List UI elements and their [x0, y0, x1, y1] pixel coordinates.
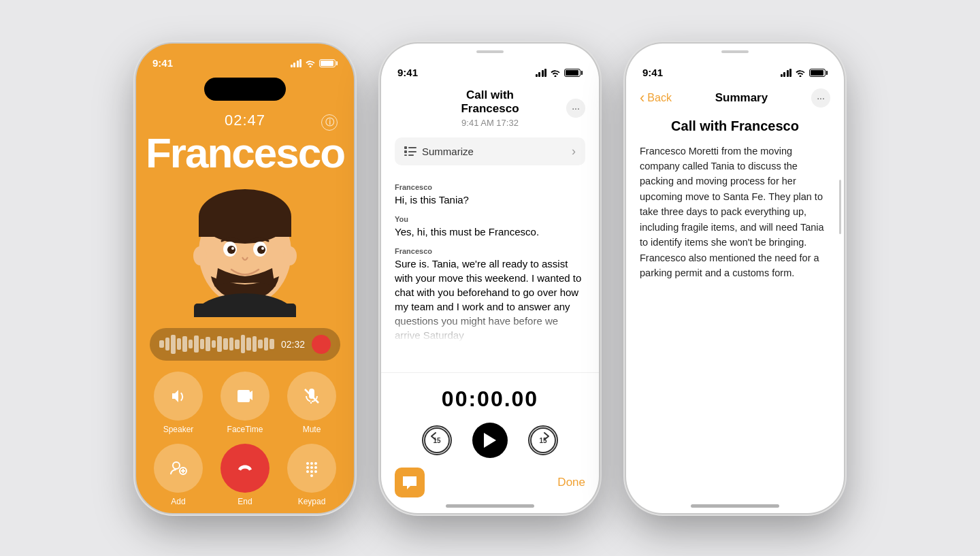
status-time-1: 9:41 [152, 57, 173, 69]
speaker-circle [154, 372, 203, 421]
svg-rect-30 [404, 150, 407, 153]
svg-rect-33 [408, 154, 414, 156]
facetime-label: FaceTime [227, 425, 263, 434]
svg-marker-36 [484, 433, 496, 448]
svg-rect-31 [408, 151, 416, 152]
summarize-label: Summarize [422, 146, 474, 157]
done-button[interactable]: Done [557, 476, 585, 489]
summarize-chevron: › [572, 144, 576, 159]
status-time-3: 9:41 [642, 67, 663, 78]
transcript-content: Francesco Hi, is this Tania? You Yes, hi… [381, 165, 599, 365]
transcript-text-1: Hi, is this Tania? [395, 193, 585, 207]
end-circle [220, 444, 270, 493]
status-bar-1: 9:41 [136, 44, 354, 73]
waveform-bar: 02:32 [150, 328, 340, 361]
speaker-label: Speaker [163, 425, 194, 434]
wifi-icon-3 [795, 69, 806, 77]
transcript-text-2: Yes, hi, this must be Francesco. [395, 225, 585, 239]
speaker-3: Francesco [395, 247, 585, 255]
svg-point-26 [314, 470, 317, 473]
battery-icon-1 [319, 59, 338, 67]
svg-point-22 [310, 466, 313, 469]
memoji-avatar [177, 181, 313, 317]
end-label: End [238, 497, 252, 506]
play-button[interactable] [472, 423, 508, 458]
summary-nav: ‹ Back Summary ··· [626, 83, 844, 108]
battery-icon-3 [809, 69, 828, 77]
record-button[interactable] [312, 335, 331, 354]
info-icon-1[interactable]: ⓘ [321, 114, 338, 131]
status-time-2: 9:41 [397, 67, 418, 78]
add-button[interactable]: Add [150, 444, 207, 506]
summarize-left: Summarize [404, 146, 474, 157]
dynamic-island-1 [204, 78, 286, 101]
back-button[interactable]: ‹ Back [640, 89, 672, 107]
mute-button[interactable]: Mute [283, 372, 340, 434]
svg-point-27 [310, 474, 313, 477]
phone-1: 9:41 ⓘ 02:47 Francesco [136, 44, 354, 513]
svg-point-3 [193, 246, 207, 265]
call-controls: Speaker FaceTime Mute [136, 361, 354, 506]
svg-rect-2 [199, 216, 291, 237]
speaker-1: Francesco [395, 183, 585, 191]
phone2-header: Call with Francesco 9:41 AM 17:32 ··· [381, 83, 599, 128]
status-icons-3 [781, 69, 828, 77]
caller-name: Francesco [136, 132, 354, 174]
speaker-2: You [395, 215, 585, 223]
keypad-label: Keypad [298, 497, 326, 506]
more-button-2[interactable]: ··· [566, 99, 585, 118]
summarize-icon [404, 146, 416, 156]
battery-icon-2 [564, 69, 583, 77]
signal-icon-3 [781, 69, 792, 77]
mute-circle [287, 372, 336, 421]
call-title-2: Call with Francesco [458, 88, 521, 116]
svg-rect-28 [404, 146, 407, 149]
status-bar-3: 9:41 [626, 53, 844, 83]
speaker-button[interactable]: Speaker [150, 372, 207, 434]
svg-point-9 [231, 247, 234, 250]
summary-body: Francesco Moretti from the moving compan… [626, 134, 844, 281]
svg-point-4 [283, 246, 297, 265]
svg-rect-32 [404, 154, 407, 156]
end-button[interactable]: End [216, 444, 274, 506]
svg-point-20 [314, 462, 317, 465]
svg-point-23 [314, 466, 317, 469]
facetime-button[interactable]: FaceTime [216, 372, 274, 434]
svg-rect-12 [194, 304, 296, 317]
phone-2: 9:41 Call with Francesco 9:41 AM 17:32 ·… [381, 44, 599, 513]
wifi-icon-1 [305, 59, 316, 67]
scroll-indicator [839, 180, 841, 234]
call-subtitle-2: 9:41 AM 17:32 [458, 118, 521, 128]
audio-controls: 15 15 [422, 423, 558, 458]
facetime-circle [220, 372, 270, 421]
chat-icon-button[interactable] [395, 468, 425, 497]
status-icons-1 [291, 59, 338, 67]
svg-point-14 [173, 462, 180, 469]
svg-point-25 [310, 470, 313, 473]
status-icons-2 [536, 69, 583, 77]
phone-3: 9:41 ‹ Back Summary ··· Call with France… [626, 44, 844, 513]
svg-point-24 [306, 470, 309, 473]
rewind-button[interactable]: 15 [422, 425, 452, 455]
back-label: Back [647, 92, 672, 104]
home-indicator-3 [691, 504, 779, 508]
svg-point-19 [310, 462, 313, 465]
signal-icon-1 [291, 59, 302, 67]
waveform-visual [159, 335, 274, 354]
svg-rect-29 [408, 147, 416, 148]
audio-player: 00:00.00 15 15 [381, 372, 599, 458]
add-circle [154, 444, 203, 493]
svg-point-8 [257, 246, 265, 254]
waveform-time: 02:32 [281, 339, 305, 350]
keypad-button[interactable]: Keypad [283, 444, 340, 506]
summary-more-button[interactable]: ··· [811, 88, 830, 108]
mute-label: Mute [303, 425, 321, 434]
forward-button[interactable]: 15 [528, 425, 558, 455]
wifi-icon-2 [550, 69, 561, 77]
phone2-bottom: Done [381, 458, 599, 497]
svg-point-21 [306, 466, 309, 469]
summarize-row[interactable]: Summarize › [395, 137, 585, 165]
svg-point-7 [227, 246, 235, 254]
status-bar-2: 9:41 [381, 53, 599, 83]
summary-call-title: Call with Francesco [626, 108, 844, 134]
